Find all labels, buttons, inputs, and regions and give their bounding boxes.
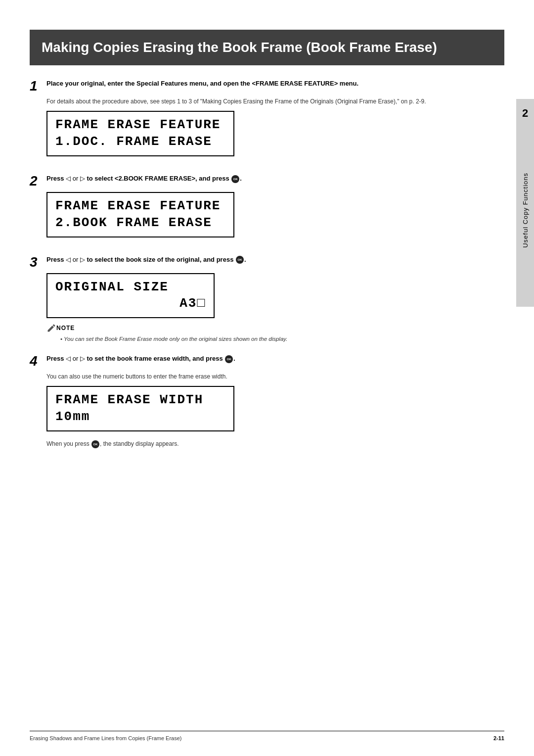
step-2-number: 2 <box>30 174 42 188</box>
ok-button-3-icon <box>225 355 233 363</box>
arrow-left-2-icon: ◁ <box>66 255 71 264</box>
step-4-instruction: Press ◁ or ▷ to set the book frame erase… <box>46 354 235 363</box>
arrow-right-3-icon: ▷ <box>80 354 85 363</box>
step-3-lcd-bottom: A3□ <box>55 295 206 312</box>
arrow-left-3-icon: ◁ <box>66 354 71 363</box>
note-pencil-icon <box>46 323 56 333</box>
arrow-right-icon: ▷ <box>80 174 85 183</box>
page-title: Making Copies Erasing the Book Frame (Bo… <box>42 39 492 56</box>
step-1-number: 1 <box>30 79 42 93</box>
step-1-lcd-line1: FRAME ERASE FEATURE <box>55 117 225 134</box>
step-2-instruction: Press ◁ or ▷ to select <2.BOOK FRAME ERA… <box>46 174 242 183</box>
note-label: NOTE <box>56 325 75 331</box>
step-2-lcd-line1: FRAME ERASE FEATURE <box>55 198 225 215</box>
step-2-lcd-line2: 2.BOOK FRAME ERASE <box>55 215 225 232</box>
step-1-description: For details about the procedure above, s… <box>46 97 504 106</box>
step-3-instruction: Press ◁ or ▷ to select the book size of … <box>46 255 246 264</box>
ok-button-4-icon <box>91 440 99 448</box>
step-2-header: 2 Press ◁ or ▷ to select <2.BOOK FRAME E… <box>30 174 504 188</box>
step-1-section: 1 Place your original, enter the Special… <box>30 79 504 163</box>
step-4-number: 4 <box>30 354 42 368</box>
note-text: • You can set the Book Frame Erase mode … <box>60 335 504 343</box>
step-1-header: 1 Place your original, enter the Special… <box>30 79 504 93</box>
side-tab: 2 Useful Copy Functions <box>516 99 534 307</box>
ok-button-2-icon <box>236 256 244 264</box>
chapter-number: 2 <box>522 107 528 120</box>
footer-left: Erasing Shadows and Frame Lines from Cop… <box>30 735 182 741</box>
page-container: 2 Useful Copy Functions Making Copies Er… <box>0 0 534 756</box>
step-4-header: 4 Press ◁ or ▷ to set the book frame era… <box>30 354 504 368</box>
step-3-note: NOTE • You can set the Book Frame Erase … <box>46 323 504 343</box>
arrow-right-2-icon: ▷ <box>80 255 85 264</box>
step-3-lcd-top: ORIGINAL SIZE <box>55 279 206 296</box>
step-4-lcd-line2: 10mm <box>55 409 225 425</box>
step-2-lcd: FRAME ERASE FEATURE 2.BOOK FRAME ERASE <box>46 192 234 237</box>
final-note-start: When you press <box>46 440 91 447</box>
main-content: Making Copies Erasing the Book Frame (Bo… <box>30 30 504 726</box>
final-note-end: , the standby display appears. <box>100 440 178 447</box>
step-3-lcd: ORIGINAL SIZE A3□ <box>46 273 215 319</box>
step-1-instruction-bold: Place your original, enter the Special F… <box>46 80 358 87</box>
step-3-header: 3 Press ◁ or ▷ to select the book size o… <box>30 255 504 269</box>
step-4-section: 4 Press ◁ or ▷ to set the book frame era… <box>30 354 504 448</box>
step-3-number: 3 <box>30 255 42 269</box>
arrow-left-icon: ◁ <box>66 174 71 183</box>
chapter-label: Useful Copy Functions <box>522 173 529 248</box>
page-footer: Erasing Shadows and Frame Lines from Cop… <box>30 731 504 741</box>
step-4-description: You can also use the numeric buttons to … <box>46 372 504 381</box>
step-4-lcd-line1: FRAME ERASE WIDTH <box>55 392 225 409</box>
note-header: NOTE <box>46 323 504 333</box>
step-1-instruction: Place your original, enter the Special F… <box>46 79 358 88</box>
step-1-lcd-line2: 1.DOC. FRAME ERASE <box>55 134 225 150</box>
footer-page: 2-11 <box>493 735 504 741</box>
step-3-section: 3 Press ◁ or ▷ to select the book size o… <box>30 255 504 344</box>
final-note: When you press , the standby display app… <box>46 440 504 448</box>
step-4-lcd: FRAME ERASE WIDTH 10mm <box>46 386 234 431</box>
page-title-block: Making Copies Erasing the Book Frame (Bo… <box>30 30 504 65</box>
step-2-section: 2 Press ◁ or ▷ to select <2.BOOK FRAME E… <box>30 174 504 244</box>
note-text-content: You can set the Book Frame Erase mode on… <box>64 336 287 342</box>
ok-button-icon <box>231 175 239 183</box>
step-1-lcd: FRAME ERASE FEATURE 1.DOC. FRAME ERASE <box>46 111 234 156</box>
